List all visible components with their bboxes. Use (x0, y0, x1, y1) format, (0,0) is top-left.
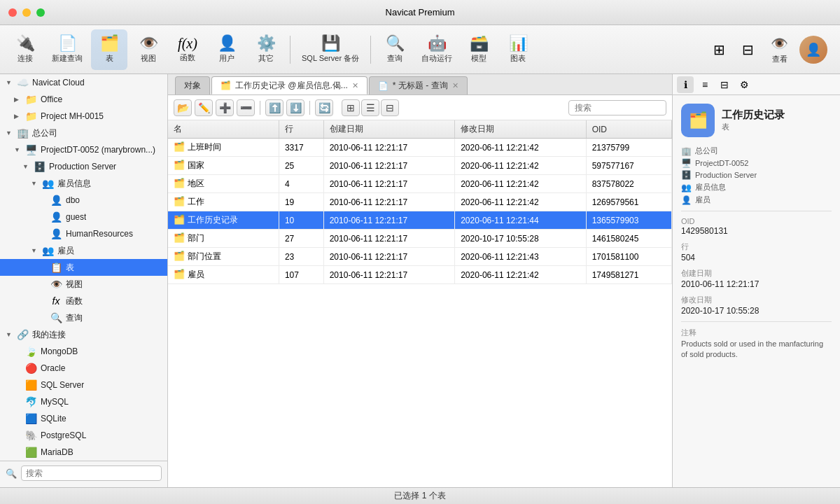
cell-created: 2010-06-11 12:21:17 (323, 248, 455, 266)
btn-move-up[interactable]: ⬆️ (265, 99, 284, 116)
sidebar-item-query-node[interactable]: ▶ 🔍 查询 (0, 309, 167, 326)
sidebar-item-employee[interactable]: ▼ 👥 雇员 (0, 242, 167, 259)
table-row[interactable]: 🗂️雇员 107 2010-06-11 12:21:17 2020-06-11 … (168, 266, 672, 284)
toolbar-table[interactable]: 🗂️ 表 (91, 29, 127, 70)
sidebar-item-my-connections[interactable]: ▼ 🔗 我的连接 (0, 326, 167, 343)
expand-arrow-query-node: ▶ (39, 314, 46, 321)
toolbar-chart[interactable]: 📊 图表 (500, 29, 536, 70)
btn-view-list[interactable]: ☰ (361, 99, 379, 116)
maximize-button[interactable] (36, 8, 45, 17)
tab-untitled-query[interactable]: 📄 * 无标题 - 查询 ✕ (369, 76, 468, 94)
rp-divider-1 (681, 211, 832, 211)
btn-edit[interactable]: ✏️ (195, 99, 213, 116)
rp-tab-info[interactable]: ℹ (677, 76, 694, 93)
sidebar-item-sqlite[interactable]: ▶ 🟦 SQLite (0, 410, 167, 427)
table-row[interactable]: 🗂️工作历史记录 10 2010-06-11 12:21:17 2020-06-… (168, 211, 672, 230)
btn-view-grid[interactable]: ⊞ (342, 99, 360, 116)
rp-label-modified: 修改日期 (681, 295, 832, 305)
sidebar-item-production-server[interactable]: ▼ 🗄️ Production Server (0, 158, 167, 175)
split-icon: ⊟ (742, 41, 754, 58)
general-company-label: 总公司 (32, 127, 57, 139)
btn-open-folder[interactable]: 📂 (174, 99, 192, 116)
table-row[interactable]: 🗂️部门 27 2010-06-11 12:21:17 2020-10-17 1… (168, 230, 672, 248)
toolbar-auto-run[interactable]: 🤖 自动运行 (416, 29, 458, 70)
btn-add[interactable]: ➕ (216, 99, 234, 116)
table-row[interactable]: 🗂️地区 4 2010-06-11 12:21:17 2020-06-11 12… (168, 175, 672, 193)
sidebar-search-input[interactable] (21, 465, 162, 481)
table-row[interactable]: 🗂️工作 19 2010-06-11 12:21:17 2020-06-11 1… (168, 193, 672, 211)
tab-job-history-label: 工作历史记录 @雇员信息.偈... (235, 80, 348, 92)
toolbar-user[interactable]: 👤 用户 (209, 29, 245, 70)
sidebar-item-function-node[interactable]: ▶ fx 函数 (0, 293, 167, 309)
toolbar-connect[interactable]: 🔌 连接 (7, 29, 43, 70)
sidebar-item-sqlserver[interactable]: ▶ 🟧 SQL Server (0, 377, 167, 393)
toolbar-view-right[interactable]: 👁️ 查看 (765, 32, 794, 67)
toolbar-sqlserver-backup[interactable]: 💾 SQL Server 备份 (296, 29, 365, 70)
sidebar-item-postgresql[interactable]: ▶ 🐘 PostgreSQL (0, 427, 167, 444)
btn-view-detail[interactable]: ⊟ (381, 99, 399, 116)
mariadb-label: MariaDB (41, 447, 74, 457)
toolbar-model[interactable]: 🗃️ 模型 (461, 29, 497, 70)
sidebar-item-oracle[interactable]: ▶ 🔴 Oracle (0, 360, 167, 377)
toolbar-new-query[interactable]: 📄 新建查询 (46, 29, 88, 70)
tab-close-untitled[interactable]: ✕ (452, 81, 458, 90)
tab-close-job-history[interactable]: ✕ (352, 81, 358, 90)
table-row[interactable]: 🗂️国家 25 2010-06-11 12:21:17 2020-06-11 1… (168, 157, 672, 175)
sidebar-item-navicat-cloud[interactable]: ▼ ☁️ Navicat Cloud (0, 74, 167, 91)
minimize-button[interactable] (22, 8, 31, 17)
col-modified: 修改日期 (455, 120, 587, 139)
table-row[interactable]: 🗂️上班时间 3317 2010-06-11 12:21:17 2020-06-… (168, 139, 672, 157)
expand-arrow-general-company: ▼ (6, 130, 13, 136)
btn-delete[interactable]: ➖ (237, 99, 255, 116)
rp-bc-icon-general: 🏢 (681, 146, 692, 156)
toolbar-query[interactable]: 🔍 查询 (377, 29, 413, 70)
table-row[interactable]: 🗂️部门位置 23 2010-06-11 12:21:17 2020-06-11… (168, 248, 672, 266)
rp-tab-settings[interactable]: ⚙ (736, 76, 752, 93)
dbo-label: dbo (66, 195, 80, 205)
sidebar-item-office[interactable]: ▶ 📁 Office (0, 91, 167, 108)
sidebar-item-employee-info[interactable]: ▼ 👥 雇员信息 (0, 175, 167, 192)
cell-created: 2010-06-11 12:21:17 (323, 230, 455, 248)
table-search-input[interactable] (568, 100, 666, 115)
guest-icon: 👤 (50, 211, 62, 223)
projectdt-icon: 🖥️ (24, 144, 37, 155)
rp-bc-icon-prod-server: 🗄️ (681, 170, 692, 180)
cell-oid: 837578022 (586, 175, 671, 193)
query-icon: 🔍 (386, 36, 405, 51)
sidebar-item-mariadb[interactable]: ▶ 🟩 MariaDB (0, 444, 167, 461)
toolbar-other[interactable]: ⚙️ 其它 (248, 29, 284, 70)
toolbar-view[interactable]: 👁️ 视图 (130, 29, 167, 70)
sidebar-item-project-mh-0015[interactable]: ▶ 📁 Project MH-0015 (0, 108, 167, 125)
close-button[interactable] (8, 8, 17, 17)
sidebar-item-mongodb[interactable]: ▶ 🍃 MongoDB (0, 343, 167, 360)
sidebar-item-view-node[interactable]: ▶ 👁️ 视图 (0, 276, 167, 293)
toolbar-view-toggle[interactable]: ⊞ (708, 38, 731, 61)
rp-tab-preview[interactable]: ⊟ (716, 76, 733, 93)
sqlserver-label: SQL Server (41, 380, 84, 390)
auto-run-icon: 🤖 (428, 36, 447, 51)
humanresources-label: HumanResources (66, 229, 133, 239)
btn-refresh[interactable]: 🔄 (315, 99, 333, 116)
toolbar-split[interactable]: ⊟ (736, 38, 760, 61)
sidebar-item-dbo[interactable]: ▶ 👤 dbo (0, 192, 167, 209)
sidebar-item-table-node[interactable]: ▶ 📋 表 (0, 259, 167, 276)
rp-tab-ddl[interactable]: ≡ (696, 76, 713, 93)
cell-oid: 1749581271 (586, 266, 671, 284)
model-label: 模型 (471, 53, 486, 64)
project-icon: 📁 (24, 111, 37, 122)
view-right-icon: 👁️ (771, 35, 788, 52)
toolbar-function[interactable]: f(x) 函数 (169, 29, 206, 70)
tab-job-history[interactable]: 🗂️ 工作历史记录 @雇员信息.偈... ✕ (211, 76, 368, 94)
avatar[interactable]: 👤 (799, 36, 827, 64)
sidebar-item-projectdt-0052[interactable]: ▼ 🖥️ ProjectDT-0052 (marybrown...) (0, 141, 167, 158)
sidebar-item-humanresources[interactable]: ▶ 👤 HumanResources (0, 225, 167, 242)
sqlite-icon: 🟦 (24, 413, 37, 424)
rp-field-modified: 修改日期 2020-10-17 10:55:28 (681, 295, 832, 316)
btn-move-down[interactable]: ⬇️ (286, 99, 304, 116)
sidebar-item-mysql[interactable]: ▶ 🐬 MySQL (0, 393, 167, 410)
tab-object[interactable]: 对象 (175, 76, 210, 94)
view-toggle-icon: ⊞ (713, 41, 725, 58)
sidebar-item-general-company[interactable]: ▼ 🏢 总公司 (0, 125, 167, 141)
cell-created: 2010-06-11 12:21:17 (323, 193, 455, 211)
sidebar-item-guest[interactable]: ▶ 👤 guest (0, 209, 167, 225)
